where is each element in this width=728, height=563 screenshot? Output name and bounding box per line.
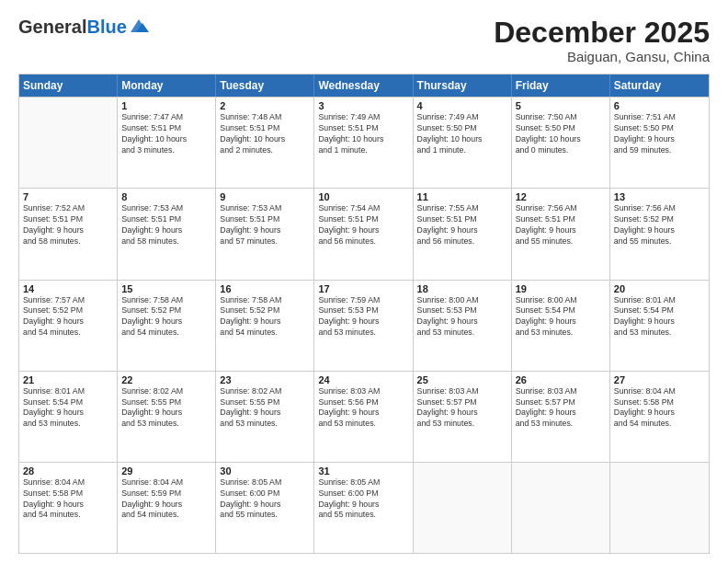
cal-cell <box>414 463 512 553</box>
cal-cell: 30Sunrise: 8:05 AMSunset: 6:00 PMDayligh… <box>216 463 314 553</box>
day-of-week-thursday: Thursday <box>414 75 512 97</box>
cal-cell: 23Sunrise: 8:02 AMSunset: 5:55 PMDayligh… <box>216 372 314 462</box>
day-number: 7 <box>23 191 113 202</box>
day-info: Sunrise: 8:02 AMSunset: 5:55 PMDaylight:… <box>220 386 310 431</box>
day-info: Sunrise: 7:52 AMSunset: 5:51 PMDaylight:… <box>23 203 113 247</box>
cal-cell: 7Sunrise: 7:52 AMSunset: 5:51 PMDaylight… <box>19 189 118 279</box>
month-title: December 2025 <box>494 17 710 49</box>
day-number: 17 <box>318 283 408 294</box>
calendar-header: SundayMondayTuesdayWednesdayThursdayFrid… <box>19 75 709 97</box>
cal-cell: 10Sunrise: 7:54 AMSunset: 5:51 PMDayligh… <box>314 189 413 279</box>
week-row-1: 7Sunrise: 7:52 AMSunset: 5:51 PMDaylight… <box>19 188 709 279</box>
calendar: SundayMondayTuesdayWednesdayThursdayFrid… <box>18 74 710 554</box>
day-info: Sunrise: 8:01 AMSunset: 5:54 PMDaylight:… <box>23 386 113 431</box>
day-info: Sunrise: 8:00 AMSunset: 5:53 PMDaylight:… <box>417 295 507 339</box>
day-number: 8 <box>121 191 211 202</box>
day-number: 19 <box>516 283 606 294</box>
day-info: Sunrise: 7:48 AMSunset: 5:51 PMDaylight:… <box>220 112 310 156</box>
day-of-week-saturday: Saturday <box>610 75 709 97</box>
week-row-4: 28Sunrise: 8:04 AMSunset: 5:58 PMDayligh… <box>19 462 709 553</box>
day-info: Sunrise: 7:58 AMSunset: 5:52 PMDaylight:… <box>121 295 211 339</box>
day-info: Sunrise: 7:57 AMSunset: 5:52 PMDaylight:… <box>23 295 113 339</box>
day-number: 5 <box>516 100 606 111</box>
logo-icon <box>129 17 149 34</box>
day-number: 14 <box>23 283 113 294</box>
day-info: Sunrise: 8:00 AMSunset: 5:54 PMDaylight:… <box>516 295 606 339</box>
day-info: Sunrise: 7:49 AMSunset: 5:51 PMDaylight:… <box>318 112 408 156</box>
cal-cell: 19Sunrise: 8:00 AMSunset: 5:54 PMDayligh… <box>512 281 610 371</box>
day-info: Sunrise: 8:02 AMSunset: 5:55 PMDaylight:… <box>121 386 211 431</box>
day-number: 29 <box>121 465 211 477</box>
cal-cell: 20Sunrise: 8:01 AMSunset: 5:54 PMDayligh… <box>610 281 709 371</box>
day-info: Sunrise: 8:05 AMSunset: 6:00 PMDaylight:… <box>220 477 310 522</box>
cal-cell <box>512 463 610 553</box>
day-of-week-friday: Friday <box>512 75 610 97</box>
logo-text: GeneralBlue <box>18 17 127 37</box>
logo-general: General <box>18 17 86 37</box>
day-number: 12 <box>516 191 606 202</box>
day-number: 24 <box>318 374 408 385</box>
cal-cell: 11Sunrise: 7:55 AMSunset: 5:51 PMDayligh… <box>414 189 512 279</box>
day-number: 1 <box>121 100 211 111</box>
day-info: Sunrise: 8:01 AMSunset: 5:54 PMDaylight:… <box>614 295 705 339</box>
day-info: Sunrise: 7:55 AMSunset: 5:51 PMDaylight:… <box>417 203 507 247</box>
day-number: 6 <box>614 100 705 111</box>
cal-cell: 1Sunrise: 7:47 AMSunset: 5:51 PMDaylight… <box>118 98 216 188</box>
cal-cell: 22Sunrise: 8:02 AMSunset: 5:55 PMDayligh… <box>118 372 216 462</box>
day-info: Sunrise: 7:56 AMSunset: 5:51 PMDaylight:… <box>516 203 606 247</box>
cal-cell: 31Sunrise: 8:05 AMSunset: 6:00 PMDayligh… <box>314 463 413 553</box>
day-number: 28 <box>23 465 113 477</box>
cal-cell: 28Sunrise: 8:04 AMSunset: 5:58 PMDayligh… <box>19 463 118 553</box>
day-number: 9 <box>220 191 310 202</box>
cal-cell: 2Sunrise: 7:48 AMSunset: 5:51 PMDaylight… <box>216 98 314 188</box>
day-info: Sunrise: 7:53 AMSunset: 5:51 PMDaylight:… <box>121 203 211 247</box>
cal-cell: 6Sunrise: 7:51 AMSunset: 5:50 PMDaylight… <box>610 98 709 188</box>
cal-cell: 25Sunrise: 8:03 AMSunset: 5:57 PMDayligh… <box>414 372 512 462</box>
day-info: Sunrise: 7:49 AMSunset: 5:50 PMDaylight:… <box>417 112 507 156</box>
day-info: Sunrise: 7:53 AMSunset: 5:51 PMDaylight:… <box>220 203 310 247</box>
day-number: 2 <box>220 100 310 111</box>
day-of-week-wednesday: Wednesday <box>314 75 413 97</box>
cal-cell: 5Sunrise: 7:50 AMSunset: 5:50 PMDaylight… <box>512 98 610 188</box>
day-info: Sunrise: 8:03 AMSunset: 5:57 PMDaylight:… <box>516 386 606 431</box>
day-number: 31 <box>318 465 408 477</box>
cal-cell: 17Sunrise: 7:59 AMSunset: 5:53 PMDayligh… <box>314 281 413 371</box>
cal-cell: 15Sunrise: 7:58 AMSunset: 5:52 PMDayligh… <box>118 281 216 371</box>
cal-cell <box>610 463 709 553</box>
day-number: 23 <box>220 374 310 385</box>
calendar-body: 1Sunrise: 7:47 AMSunset: 5:51 PMDaylight… <box>19 97 709 553</box>
day-number: 10 <box>318 191 408 202</box>
day-number: 13 <box>614 191 705 202</box>
day-info: Sunrise: 8:04 AMSunset: 5:59 PMDaylight:… <box>121 477 211 522</box>
day-number: 18 <box>417 283 507 294</box>
cal-cell: 14Sunrise: 7:57 AMSunset: 5:52 PMDayligh… <box>19 281 118 371</box>
cal-cell: 27Sunrise: 8:04 AMSunset: 5:58 PMDayligh… <box>610 372 709 462</box>
header: GeneralBlue December 2025 Baiguan, Gansu… <box>18 17 710 64</box>
day-number: 20 <box>614 283 705 294</box>
week-row-0: 1Sunrise: 7:47 AMSunset: 5:51 PMDaylight… <box>19 97 709 188</box>
day-info: Sunrise: 8:03 AMSunset: 5:57 PMDaylight:… <box>417 386 507 431</box>
week-row-2: 14Sunrise: 7:57 AMSunset: 5:52 PMDayligh… <box>19 280 709 371</box>
day-info: Sunrise: 8:04 AMSunset: 5:58 PMDaylight:… <box>23 477 113 522</box>
day-of-week-tuesday: Tuesday <box>216 75 314 97</box>
logo-blue: Blue <box>86 17 126 37</box>
day-number: 25 <box>417 374 507 385</box>
cal-cell: 26Sunrise: 8:03 AMSunset: 5:57 PMDayligh… <box>512 372 610 462</box>
page: GeneralBlue December 2025 Baiguan, Gansu… <box>0 0 728 563</box>
day-info: Sunrise: 8:04 AMSunset: 5:58 PMDaylight:… <box>614 386 705 431</box>
cal-cell: 13Sunrise: 7:56 AMSunset: 5:52 PMDayligh… <box>610 189 709 279</box>
cal-cell: 21Sunrise: 8:01 AMSunset: 5:54 PMDayligh… <box>19 372 118 462</box>
day-of-week-monday: Monday <box>118 75 216 97</box>
cal-cell: 4Sunrise: 7:49 AMSunset: 5:50 PMDaylight… <box>414 98 512 188</box>
day-of-week-sunday: Sunday <box>19 75 118 97</box>
day-info: Sunrise: 7:47 AMSunset: 5:51 PMDaylight:… <box>121 112 211 156</box>
logo: GeneralBlue <box>18 17 149 37</box>
cal-cell: 8Sunrise: 7:53 AMSunset: 5:51 PMDaylight… <box>118 189 216 279</box>
day-number: 16 <box>220 283 310 294</box>
cal-cell: 24Sunrise: 8:03 AMSunset: 5:56 PMDayligh… <box>314 372 413 462</box>
cal-cell: 18Sunrise: 8:00 AMSunset: 5:53 PMDayligh… <box>414 281 512 371</box>
cal-cell: 9Sunrise: 7:53 AMSunset: 5:51 PMDaylight… <box>216 189 314 279</box>
day-number: 15 <box>121 283 211 294</box>
day-number: 27 <box>614 374 705 385</box>
day-number: 4 <box>417 100 507 111</box>
